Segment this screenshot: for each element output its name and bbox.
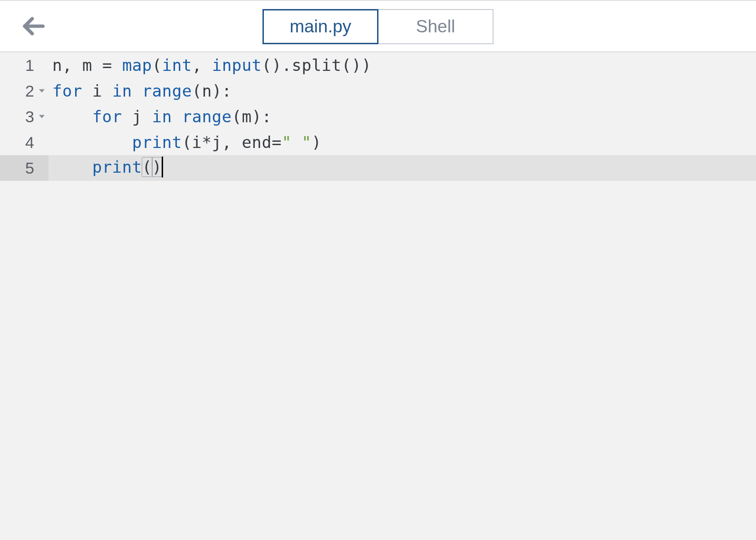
code-line[interactable]: 3 for j in range(m):	[0, 104, 756, 129]
line-number[interactable]: 5	[0, 155, 48, 181]
code-token: in	[112, 81, 132, 100]
tab-main-py[interactable]: main.py	[262, 9, 378, 44]
code-token: *	[202, 133, 212, 152]
code-token: ):	[212, 81, 232, 100]
code-token: range	[142, 81, 192, 100]
code-token: m	[242, 107, 252, 126]
line-number[interactable]: 4	[0, 129, 48, 155]
code-token: )	[311, 133, 321, 152]
line-number[interactable]: 2	[0, 78, 48, 104]
code-token: (	[232, 107, 242, 126]
line-number[interactable]: 3	[0, 104, 48, 129]
code-token: j	[132, 107, 142, 126]
code-token: =	[271, 133, 281, 152]
code-token: i	[192, 133, 202, 152]
tab-bar: main.py Shell	[262, 9, 494, 44]
code-token: (	[182, 133, 192, 152]
code-token: n	[202, 81, 212, 100]
code-token: ().	[262, 56, 292, 75]
code-token	[52, 107, 92, 126]
code-line[interactable]: 5 print()	[0, 155, 756, 181]
code-token: ):	[252, 107, 272, 126]
fold-toggle-icon[interactable]	[39, 89, 45, 93]
code-token: range	[182, 107, 232, 126]
code-token	[82, 81, 92, 100]
code-content[interactable]: print()	[48, 157, 163, 179]
code-token: " "	[281, 133, 311, 152]
code-token: print	[92, 157, 142, 177]
code-token: ,	[222, 133, 242, 152]
text-cursor	[162, 157, 163, 177]
code-token: input	[212, 56, 262, 75]
code-token	[52, 133, 132, 152]
code-content[interactable]: for i in range(n):	[48, 81, 232, 100]
code-token: n	[52, 56, 62, 75]
code-token	[122, 107, 132, 126]
code-token: i	[92, 81, 102, 100]
code-token: ,	[62, 56, 82, 75]
tab-shell[interactable]: Shell	[378, 9, 494, 44]
header-bar: main.py Shell	[0, 1, 756, 51]
code-token: (	[152, 56, 162, 75]
code-token	[172, 107, 182, 126]
code-token: map	[122, 56, 152, 75]
back-button[interactable]	[19, 12, 48, 40]
code-token: =	[102, 56, 112, 75]
code-content[interactable]: for j in range(m):	[48, 107, 271, 126]
code-content[interactable]: n, m = map(int, input().split())	[48, 56, 371, 75]
code-token: for	[92, 107, 122, 126]
code-token	[112, 56, 122, 75]
code-token: print	[132, 133, 182, 152]
code-token	[92, 56, 102, 75]
code-token	[102, 81, 112, 100]
tab-label: main.py	[290, 17, 351, 37]
code-token: int	[162, 56, 192, 75]
code-token: ,	[192, 56, 212, 75]
line-number[interactable]: 1	[0, 52, 48, 78]
code-token	[52, 157, 92, 177]
arrow-left-icon	[20, 13, 46, 39]
code-token	[132, 81, 142, 100]
code-token: ())	[341, 56, 371, 75]
code-token: (	[192, 81, 202, 100]
code-token: in	[152, 107, 172, 126]
code-content[interactable]: print(i*j, end=" ")	[48, 133, 321, 152]
code-token: end	[242, 133, 272, 152]
code-token: )	[152, 157, 163, 177]
code-line[interactable]: 4 print(i*j, end=" ")	[0, 129, 756, 155]
tab-label: Shell	[416, 17, 455, 37]
code-line[interactable]: 2for i in range(n):	[0, 78, 756, 104]
code-token: for	[52, 81, 82, 100]
code-token	[142, 107, 152, 126]
code-line[interactable]: 1n, m = map(int, input().split())	[0, 52, 756, 78]
code-editor[interactable]: 1n, m = map(int, input().split())2for i …	[0, 52, 756, 540]
code-token: j	[212, 133, 222, 152]
code-token: (	[142, 157, 153, 177]
code-token: split	[291, 56, 341, 75]
code-token: m	[82, 56, 92, 75]
fold-toggle-icon[interactable]	[39, 115, 45, 118]
